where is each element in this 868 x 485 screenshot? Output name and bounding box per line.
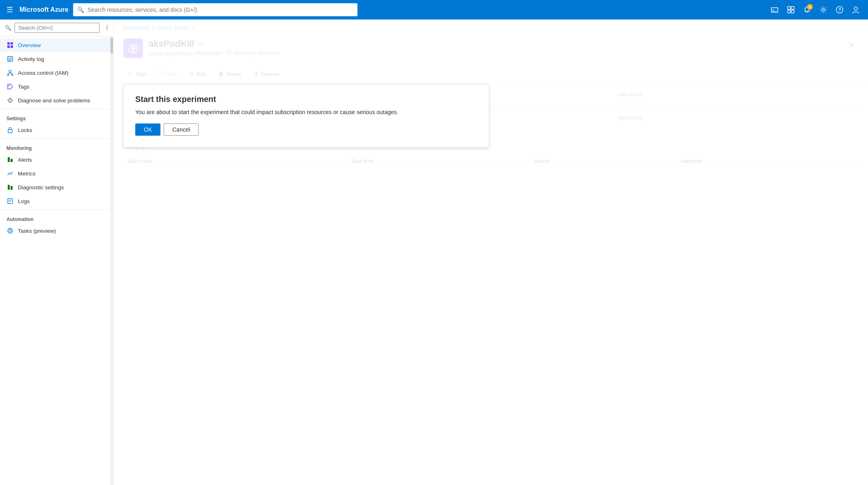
sidebar-item-label: Alerts (18, 157, 32, 163)
app-layout: 🔍 《 Overview Activity log (0, 19, 868, 485)
dialog-ok-button[interactable]: OK (135, 123, 160, 136)
sidebar-scroll-area: Overview Activity log Access control (IA… (0, 37, 113, 485)
sidebar-item-label: Diagnose and solve problems (18, 97, 90, 104)
svg-point-38 (9, 230, 11, 232)
start-experiment-dialog: Start this experiment You are about to s… (123, 84, 489, 147)
svg-rect-2 (788, 6, 790, 9)
sidebar-item-activity-log[interactable]: Activity log (0, 52, 110, 66)
svg-rect-16 (11, 45, 13, 48)
content-area: Start this experiment You are about to s… (114, 84, 868, 176)
svg-line-25 (10, 73, 12, 74)
app-title: Microsoft Azure (19, 6, 68, 13)
svg-point-12 (854, 7, 857, 10)
sidebar-item-overview[interactable]: Overview (0, 38, 110, 52)
svg-rect-13 (7, 42, 10, 45)
sidebar-item-tags[interactable]: Tags (0, 80, 110, 93)
nav-divider-monitoring (0, 139, 110, 139)
sidebar-item-metrics[interactable]: Metrics (0, 167, 110, 180)
svg-point-28 (10, 101, 11, 102)
sidebar: 🔍 《 Overview Activity log (0, 19, 114, 485)
svg-line-24 (8, 73, 10, 74)
svg-text:?: ? (838, 7, 841, 12)
svg-rect-34 (8, 199, 13, 204)
sidebar-item-alerts[interactable]: Alerts (0, 153, 110, 167)
sidebar-item-label: Tags (18, 84, 30, 90)
svg-point-7 (806, 12, 807, 13)
sidebar-item-label: Activity log (18, 56, 44, 62)
sidebar-nav: Overview Activity log Access control (IA… (0, 37, 110, 485)
account-icon[interactable] (849, 2, 863, 17)
overview-icon (6, 41, 14, 49)
svg-rect-4 (788, 10, 790, 13)
settings-icon[interactable] (816, 2, 831, 17)
search-input[interactable] (87, 6, 353, 13)
top-nav: ☰ Microsoft Azure 🔍 1 ? (0, 0, 868, 19)
sidebar-item-label: Tasks (preview) (18, 228, 56, 234)
diagnose-icon (6, 97, 14, 104)
portal-menu-icon[interactable] (784, 2, 798, 17)
alerts-icon (6, 156, 14, 163)
search-icon: 🔍 (77, 6, 84, 13)
notifications-icon[interactable]: 1 (800, 2, 814, 17)
svg-rect-5 (791, 10, 794, 13)
svg-rect-14 (11, 42, 13, 45)
sidebar-search-area: 🔍 《 (0, 19, 113, 37)
sidebar-item-locks[interactable]: Locks (0, 123, 110, 137)
tasks-icon (6, 227, 14, 234)
dialog-title: Start this experiment (135, 95, 477, 104)
monitoring-section-header: Monitoring (0, 141, 110, 153)
sidebar-search-input[interactable] (15, 23, 100, 33)
notification-count: 1 (807, 4, 813, 10)
nav-divider-settings (0, 109, 110, 109)
main-content: Dashboard > Chaos Studio > aksPodKill ··… (114, 19, 868, 485)
activity-log-icon (6, 55, 14, 63)
sidebar-item-tasks[interactable]: Tasks (preview) (0, 224, 110, 238)
metrics-icon (6, 170, 14, 177)
svg-point-22 (7, 74, 9, 76)
dialog-cancel-button[interactable]: Cancel (164, 123, 199, 136)
hamburger-menu[interactable]: ☰ (5, 4, 15, 16)
svg-point-26 (9, 85, 10, 87)
locks-icon (6, 126, 14, 134)
svg-point-37 (8, 228, 13, 233)
svg-point-21 (9, 70, 11, 73)
svg-rect-32 (8, 185, 10, 190)
sidebar-search-icon: 🔍 (5, 25, 11, 31)
sidebar-scrollbar[interactable] (110, 37, 113, 485)
sidebar-item-diagnose[interactable]: Diagnose and solve problems (0, 93, 110, 107)
svg-point-9 (822, 9, 825, 11)
svg-point-23 (11, 74, 13, 76)
sidebar-item-label: Overview (18, 42, 41, 48)
sidebar-collapse-button[interactable]: 《 (103, 24, 108, 32)
nav-icons: 1 ? (767, 2, 863, 17)
diagnostic-settings-icon (6, 184, 14, 191)
svg-rect-3 (791, 6, 794, 9)
sidebar-item-label: Locks (18, 127, 32, 133)
search-bar[interactable]: 🔍 (73, 3, 357, 16)
svg-rect-30 (8, 157, 10, 162)
sidebar-item-label: Logs (18, 198, 30, 204)
tags-icon (6, 83, 14, 90)
iam-icon (6, 69, 14, 76)
dialog-description: You are about to start the experiment th… (135, 109, 477, 115)
settings-section-header: Settings (0, 111, 110, 123)
svg-rect-33 (11, 186, 13, 190)
svg-rect-31 (11, 159, 13, 162)
nav-divider-automation (0, 210, 110, 210)
automation-section-header: Automation (0, 212, 110, 224)
sidebar-item-label: Access control (IAM) (18, 70, 69, 76)
sidebar-scrollbar-thumb[interactable] (110, 37, 113, 54)
sidebar-item-diagnostic-settings[interactable]: Diagnostic settings (0, 180, 110, 194)
sidebar-item-logs[interactable]: Logs (0, 194, 110, 208)
sidebar-item-label: Metrics (18, 171, 36, 177)
cloud-shell-icon[interactable] (767, 2, 782, 17)
sidebar-item-label: Diagnostic settings (18, 184, 64, 191)
help-icon[interactable]: ? (832, 2, 847, 17)
dialog-actions: OK Cancel (135, 123, 477, 136)
svg-rect-29 (8, 130, 12, 133)
svg-point-8 (807, 12, 808, 13)
logs-icon (6, 197, 14, 205)
sidebar-item-iam[interactable]: Access control (IAM) (0, 66, 110, 80)
svg-rect-15 (7, 45, 10, 48)
